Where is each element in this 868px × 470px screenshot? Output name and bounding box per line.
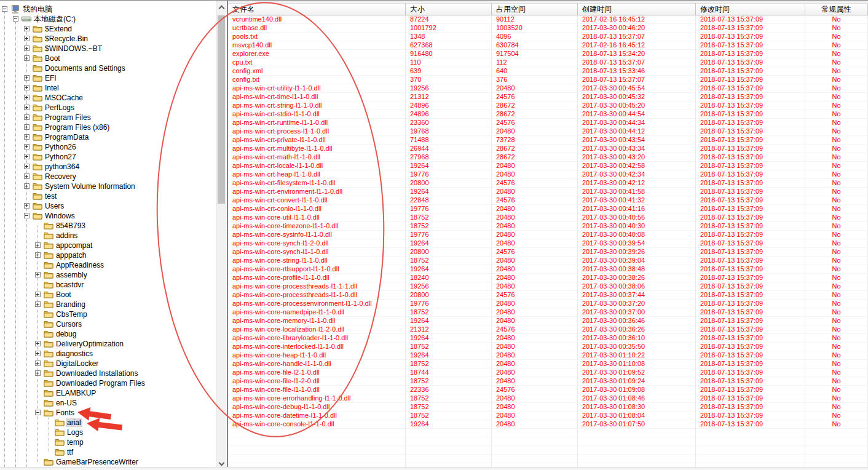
tree-item--[interactable]: 我的电脑 [0, 4, 216, 14]
tree-item-854B793[interactable]: 854B793 [0, 221, 216, 231]
plus-box-icon[interactable] [24, 75, 30, 81]
tree-item-appcompat[interactable]: appcompat [0, 241, 216, 250]
minus-box-icon[interactable] [2, 6, 7, 12]
file-row[interactable]: api-ms-win-core-synch-l1-2-0.dll19264204… [228, 239, 868, 248]
plus-box-icon[interactable] [35, 341, 41, 346]
plus-box-icon[interactable] [35, 301, 41, 307]
tree-item-Recovery[interactable]: Recovery [0, 172, 216, 181]
column-header-created[interactable]: 创建时间 [578, 3, 696, 15]
file-row[interactable]: api-ms-win-core-string-l1-1-0.dll1875220… [228, 257, 868, 265]
file-row[interactable]: api-ms-win-core-namedpipe-l1-1-0.dll1875… [228, 308, 868, 317]
minus-box-icon[interactable] [24, 213, 30, 218]
file-row[interactable]: api-ms-win-core-util-l1-1-0.dll187522048… [228, 213, 868, 222]
plus-box-icon[interactable] [24, 144, 30, 149]
plus-box-icon[interactable] [35, 272, 41, 277]
file-row[interactable]: api-ms-win-crt-time-l1-1-0.dll2131224576… [228, 93, 868, 102]
tree-item-AppReadiness[interactable]: AppReadiness [0, 260, 216, 270]
column-header-modified[interactable]: 修改时间 [696, 3, 805, 15]
tree-item-Users[interactable]: Users [0, 201, 216, 211]
plus-box-icon[interactable] [35, 351, 41, 356]
file-row[interactable]: cpu.txt1101122018-07-13 15:37:072018-07-… [228, 58, 868, 67]
tree-item-CbsTemp[interactable]: CbsTemp [0, 309, 216, 319]
plus-box-icon[interactable] [24, 26, 30, 31]
tree-item-Fonts[interactable]: Fonts [0, 408, 216, 418]
file-row[interactable]: api-ms-win-crt-convert-l1-1-0.dll2284824… [228, 196, 868, 205]
tree-item-Python26[interactable]: Python26 [0, 142, 216, 152]
tree-item-Logs[interactable]: Logs [0, 428, 216, 437]
plus-box-icon[interactable] [24, 183, 30, 189]
plus-box-icon[interactable] [24, 203, 30, 209]
tree-item-bcastdvr[interactable]: bcastdvr [0, 280, 216, 290]
file-row[interactable]: api-ms-win-core-rtlsupport-l1-1-0.dll192… [228, 265, 868, 274]
tree-scrollbar-thumb[interactable] [218, 15, 225, 204]
tree-item-Program-Files-x86-[interactable]: Program Files (x86) [0, 122, 216, 132]
tree-item-Boot[interactable]: Boot [0, 54, 216, 63]
plus-box-icon[interactable] [35, 252, 41, 258]
tree-item-ProgramData[interactable]: ProgramData [0, 132, 216, 142]
minus-box-icon[interactable] [35, 410, 41, 415]
tree-item-Downloaded-Installations[interactable]: Downloaded Installations [0, 368, 216, 378]
file-row[interactable]: config.txt3703762018-07-13 15:37:072018-… [228, 76, 868, 84]
file-row[interactable]: api-ms-win-core-processthreads-l1-1-0.dl… [228, 291, 868, 300]
file-row[interactable]: config.xml6396402018-07-13 15:33:462018-… [228, 67, 868, 76]
file-row[interactable]: api-ms-win-crt-heap-l1-1-0.dll1977620480… [228, 170, 868, 179]
tree-item-temp[interactable]: temp [0, 437, 216, 447]
plus-box-icon[interactable] [24, 36, 30, 41]
file-row[interactable]: api-ms-win-crt-private-l1-1-0.dll7148873… [228, 136, 868, 145]
file-row[interactable]: ucrtbase.dll100179210035202017-03-30 00:… [228, 24, 868, 33]
file-row[interactable]: api-ms-win-core-debug-l1-1-0.dll18752204… [228, 403, 868, 412]
file-row[interactable]: api-ms-win-core-datetime-l1-1-0.dll18752… [228, 412, 868, 420]
plus-box-icon[interactable] [24, 46, 30, 51]
file-row[interactable]: api-ms-win-core-synch-l1-1-0.dll20800245… [228, 248, 868, 257]
file-row[interactable]: vcruntime140.dll87224901122017-02-16 16:… [228, 15, 868, 24]
plus-box-icon[interactable] [35, 370, 41, 376]
plus-box-icon[interactable] [35, 242, 41, 248]
file-row[interactable]: msvcp140.dll6273686307842017-02-16 16:45… [228, 41, 868, 50]
plus-box-icon[interactable] [24, 95, 30, 100]
tree-item-Downloaded-Program-Files[interactable]: Downloaded Program Files [0, 378, 216, 388]
tree-item-test[interactable]: test [0, 191, 216, 201]
tree-item-DeliveryOptimization[interactable]: DeliveryOptimization [0, 339, 216, 349]
file-row[interactable]: api-ms-win-crt-filesystem-l1-1-0.dll2080… [228, 179, 868, 188]
file-row[interactable]: api-ms-win-crt-multibyte-l1-1-0.dll26944… [228, 145, 868, 153]
tree-item--C-[interactable]: 本地磁盘(C:) [0, 14, 216, 24]
file-row[interactable]: api-ms-win-core-handle-l1-1-0.dll1875220… [228, 360, 868, 368]
file-row[interactable]: api-ms-win-core-file-l1-1-0.dll223362457… [228, 386, 868, 394]
plus-box-icon[interactable] [35, 292, 41, 297]
file-row[interactable]: api-ms-win-core-libraryloader-l1-1-0.dll… [228, 334, 868, 343]
column-header-name[interactable]: 文件名 [228, 3, 406, 15]
tree-item-apppatch[interactable]: apppatch [0, 250, 216, 260]
tree-item-ttf[interactable]: ttf [0, 447, 216, 457]
tree-item-Cursors[interactable]: Cursors [0, 319, 216, 329]
plus-box-icon[interactable] [35, 360, 41, 366]
column-header-size[interactable]: 大小 [406, 3, 492, 15]
tree-item-debug[interactable]: debug [0, 329, 216, 339]
plus-box-icon[interactable] [24, 154, 30, 159]
tree-scrollbar[interactable] [216, 1, 226, 470]
file-row[interactable]: api-ms-win-crt-conio-l1-1-0.dll197762048… [228, 205, 868, 213]
tree-item-ELAMBKUP[interactable]: ELAMBKUP [0, 388, 216, 398]
file-row[interactable]: api-ms-win-crt-runtime-l1-1-0.dll2336024… [228, 119, 868, 127]
file-row[interactable]: api-ms-win-core-file-l1-2-0.dll187522048… [228, 377, 868, 386]
tree-item-GameBarPresenceWriter[interactable]: GameBarPresenceWriter [0, 457, 216, 467]
plus-box-icon[interactable] [24, 134, 30, 140]
file-row[interactable]: api-ms-win-core-file-l2-1-0.dll187442048… [228, 368, 868, 377]
file-row[interactable]: api-ms-win-crt-locale-l1-1-0.dll19264204… [228, 162, 868, 170]
tree-item-Intel[interactable]: Intel [0, 83, 216, 93]
file-row[interactable]: api-ms-win-core-processenvironment-l1-1-… [228, 300, 868, 308]
file-row[interactable]: explorer.exe9164809175042018-07-13 15:34… [228, 50, 868, 58]
tree-item-en-US[interactable]: en-US [0, 398, 216, 408]
file-row[interactable]: api-ms-win-crt-environment-l1-1-0.dll192… [228, 188, 868, 196]
file-row[interactable]: api-ms-win-crt-string-l1-1-0.dll24896286… [228, 102, 868, 110]
tree-item-Boot[interactable]: Boot [0, 290, 216, 300]
file-row[interactable]: api-ms-win-crt-utility-l1-1-0.dll1925620… [228, 84, 868, 93]
plus-box-icon[interactable] [24, 105, 30, 110]
tree-item-$Extend[interactable]: $Extend [0, 24, 216, 34]
file-row[interactable]: api-ms-win-crt-math-l1-1-0.dll2796828672… [228, 153, 868, 162]
tree-item-MSOCache[interactable]: MSOCache [0, 93, 216, 103]
tree-item-Branding[interactable]: Branding [0, 300, 216, 309]
file-row[interactable]: api-ms-win-crt-process-l1-1-0.dll1976820… [228, 127, 868, 136]
tree-item-Windows[interactable]: Windows [0, 211, 216, 221]
tree-item-$Recycle.Bin[interactable]: $Recycle.Bin [0, 34, 216, 44]
tree-item-Python27[interactable]: Python27 [0, 152, 216, 162]
